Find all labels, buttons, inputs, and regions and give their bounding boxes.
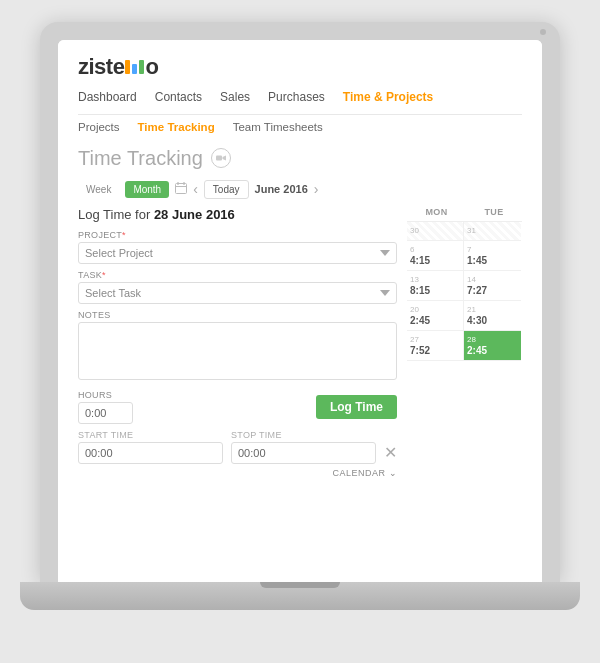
cal-row: 277:52282:45 xyxy=(407,331,522,361)
page-title: Time Tracking xyxy=(78,147,203,170)
cal-row: 64:1571:45 xyxy=(407,241,522,271)
subnav-time-tracking[interactable]: Time Tracking xyxy=(138,121,215,133)
time-row: START TIME STOP TIME ✕ xyxy=(78,430,397,464)
cal-row: 138:15147:27 xyxy=(407,271,522,301)
next-month-btn[interactable]: › xyxy=(314,181,319,197)
cal-header-tue: TUE xyxy=(485,207,504,217)
cal-day-num: 14 xyxy=(467,275,518,284)
cal-cell[interactable]: 214:30 xyxy=(464,301,521,331)
cal-time: 2:45 xyxy=(467,345,518,356)
log-time-button[interactable]: Log Time xyxy=(316,395,397,419)
cal-cell[interactable]: 277:52 xyxy=(407,331,464,361)
cal-cell[interactable]: 282:45 xyxy=(464,331,521,361)
camera-dot xyxy=(540,29,546,35)
cal-body: 303164:1571:45138:15147:27202:45214:3027… xyxy=(407,222,522,361)
cal-time: 4:15 xyxy=(410,255,460,266)
logo-text-before: ziste xyxy=(78,54,124,80)
cal-cell[interactable]: 147:27 xyxy=(464,271,521,301)
stop-time-label: STOP TIME xyxy=(231,430,376,440)
calendar-icon xyxy=(175,182,187,194)
logo-text-after: o xyxy=(145,54,158,80)
cal-day-num: 21 xyxy=(467,305,518,314)
cal-header: MON TUE xyxy=(407,207,522,222)
cal-cell[interactable]: 30 xyxy=(407,222,464,241)
logo-bar-3 xyxy=(139,60,144,74)
cal-day-num: 27 xyxy=(410,335,460,344)
notes-field-group: NOTES xyxy=(78,310,397,384)
logo-bars xyxy=(125,60,144,74)
calendar-icon-btn[interactable] xyxy=(175,181,187,197)
clear-time-button[interactable]: ✕ xyxy=(384,443,397,462)
cal-day-num: 6 xyxy=(410,245,460,254)
screen: ziste o Dashboard Contacts Sales Purchas… xyxy=(58,40,542,582)
top-nav: ziste o Dashboard Contacts Sales Purchas… xyxy=(58,40,542,139)
task-label: TASK* xyxy=(78,270,397,280)
week-view-btn[interactable]: Week xyxy=(78,181,119,198)
logo-bar-2 xyxy=(132,64,137,74)
project-field-group: PROJECT* Select Project xyxy=(78,230,397,264)
nav-sales[interactable]: Sales xyxy=(220,90,250,108)
notes-input[interactable] xyxy=(78,322,397,380)
subnav-projects[interactable]: Projects xyxy=(78,121,120,133)
cal-time: 4:30 xyxy=(467,315,518,326)
main-body: Log Time for 28 June 2016 PROJECT* Selec… xyxy=(58,207,542,582)
logo: ziste o xyxy=(78,54,522,80)
current-month-label: June 2016 xyxy=(255,183,308,195)
sub-nav: Projects Time Tracking Team Timesheets xyxy=(78,115,522,139)
cal-time: 8:15 xyxy=(410,285,460,296)
svg-rect-2 xyxy=(176,184,187,194)
today-btn[interactable]: Today xyxy=(204,180,249,199)
cal-cell[interactable]: 64:15 xyxy=(407,241,464,271)
video-icon-btn[interactable] xyxy=(211,148,231,168)
start-time-input[interactable] xyxy=(78,442,223,464)
nav-time-projects[interactable]: Time & Projects xyxy=(343,90,433,108)
app-content: ziste o Dashboard Contacts Sales Purchas… xyxy=(58,40,542,582)
cal-cell[interactable]: 31 xyxy=(464,222,521,241)
subnav-team-timesheets[interactable]: Team Timesheets xyxy=(233,121,323,133)
logo-bar-1 xyxy=(125,60,130,74)
cal-panel: MON TUE 303164:1571:45138:15147:27202:45… xyxy=(407,207,522,582)
form-title: Log Time for 28 June 2016 xyxy=(78,207,397,222)
cal-cell[interactable]: 71:45 xyxy=(464,241,521,271)
task-select[interactable]: Select Task xyxy=(78,282,397,304)
laptop-base xyxy=(20,582,580,610)
stop-time-group: STOP TIME xyxy=(231,430,376,464)
cal-header-mon: MON xyxy=(426,207,448,217)
video-icon xyxy=(216,154,226,162)
cal-cell[interactable]: 138:15 xyxy=(407,271,464,301)
cal-time: 7:27 xyxy=(467,285,518,296)
main-nav: Dashboard Contacts Sales Purchases Time … xyxy=(78,90,522,115)
month-view-btn[interactable]: Month xyxy=(125,181,169,198)
screen-bezel: ziste o Dashboard Contacts Sales Purchas… xyxy=(40,22,560,582)
nav-dashboard[interactable]: Dashboard xyxy=(78,90,137,108)
cal-day-num: 20 xyxy=(410,305,460,314)
start-time-group: START TIME xyxy=(78,430,223,464)
cal-day-num: 13 xyxy=(410,275,460,284)
cal-day-num: 31 xyxy=(467,226,518,235)
cal-day-num: 28 xyxy=(467,335,518,344)
hours-row: HOURS Log Time xyxy=(78,390,397,424)
cal-time: 2:45 xyxy=(410,315,460,326)
cal-time: 1:45 xyxy=(467,255,518,266)
start-time-label: START TIME xyxy=(78,430,223,440)
page-header: Time Tracking xyxy=(58,139,542,176)
cal-row: 202:45214:30 xyxy=(407,301,522,331)
nav-contacts[interactable]: Contacts xyxy=(155,90,202,108)
calendar-link[interactable]: CALENDAR ⌄ xyxy=(78,468,397,478)
project-label: PROJECT* xyxy=(78,230,397,240)
cal-cell[interactable]: 202:45 xyxy=(407,301,464,331)
nav-purchases[interactable]: Purchases xyxy=(268,90,325,108)
laptop-shell: ziste o Dashboard Contacts Sales Purchas… xyxy=(20,22,580,642)
svg-rect-0 xyxy=(216,156,222,161)
cal-time: 7:52 xyxy=(410,345,460,356)
calendar-controls: Week Month ‹ Today June 2016 › xyxy=(58,176,542,207)
hours-field-group: HOURS xyxy=(78,390,133,424)
stop-time-input[interactable] xyxy=(231,442,376,464)
project-select[interactable]: Select Project xyxy=(78,242,397,264)
hours-input[interactable] xyxy=(78,402,133,424)
form-title-date: 28 June 2016 xyxy=(154,207,235,222)
calendar-link-text: CALENDAR xyxy=(332,468,385,478)
prev-month-btn[interactable]: ‹ xyxy=(193,181,198,197)
cal-day-num: 7 xyxy=(467,245,518,254)
svg-marker-1 xyxy=(222,156,226,161)
